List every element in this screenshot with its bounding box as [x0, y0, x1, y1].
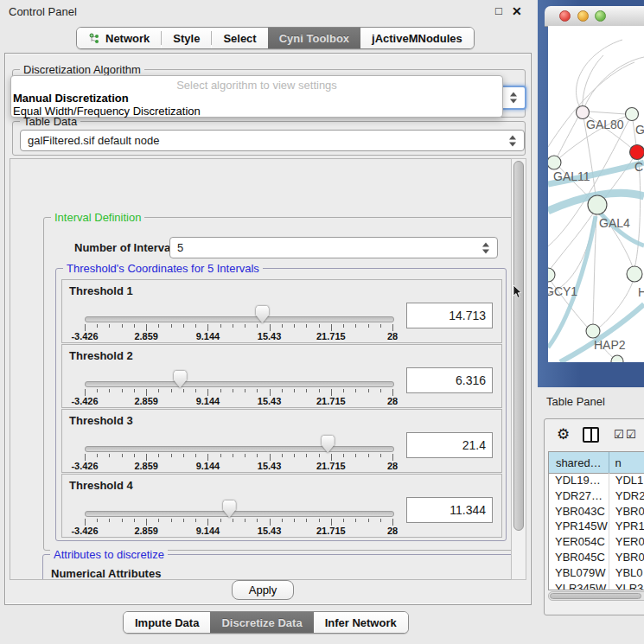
threshold-slider-thumb[interactable] [174, 371, 187, 388]
combo-arrows-icon [510, 92, 517, 104]
threshold-label: Threshold 3 [69, 414, 133, 427]
network-node-gal4[interactable] [588, 195, 607, 214]
network-view-window: GAL80GCGAL11GAL4GCY1HHAP2 [538, 0, 644, 387]
tab-jactivemnodules[interactable]: jActiveMNodules [360, 28, 474, 48]
split-columns-icon[interactable] [583, 427, 599, 443]
table-panel: ⚙ ☑ ☑ shared…n YDL19…YDL1YDR27…YDR2YBR04… [544, 418, 644, 615]
minor-tick [380, 519, 381, 522]
network-canvas[interactable]: GAL80GCGAL11GAL4GCY1HHAP2 [548, 26, 644, 362]
minor-tick [380, 389, 381, 392]
network-node-h[interactable] [627, 266, 642, 282]
zoom-traffic-light-icon[interactable] [595, 10, 606, 22]
threshold-value-field[interactable]: 14.713 [406, 303, 493, 328]
main-scrollbar-thumb[interactable] [513, 161, 524, 531]
threshold-slider-thumb[interactable] [223, 501, 236, 518]
tab-select[interactable]: Select [212, 28, 267, 48]
minor-tick [257, 454, 258, 457]
network-node[interactable] [611, 355, 623, 362]
tab-impute-data[interactable]: Impute Data [124, 612, 210, 633]
minor-tick [368, 324, 369, 328]
table-row[interactable]: YER054CYER0 [549, 534, 644, 550]
threshold-slider-thumb[interactable] [256, 306, 269, 323]
apply-button[interactable]: Apply [232, 580, 294, 600]
number-of-intervals-spinner[interactable]: 5 [169, 237, 498, 258]
minor-tick [343, 519, 344, 522]
minor-tick [343, 454, 344, 457]
tick-label: -3.426 [71, 396, 98, 406]
minor-tick [220, 389, 221, 392]
tab-infer-network[interactable]: Infer Network [314, 612, 408, 633]
minor-tick [380, 454, 381, 457]
minor-tick [343, 324, 344, 328]
tab-label: Infer Network [325, 616, 397, 629]
interval-definition-title: Interval Definition [51, 211, 144, 224]
minor-tick [319, 389, 320, 392]
minor-tick [97, 519, 98, 522]
tick-label: 15.43 [258, 526, 282, 536]
threshold-slider-track[interactable] [85, 511, 394, 517]
table-data-combo[interactable]: galFiltered.sif default node [20, 130, 525, 151]
threshold-value-field[interactable]: 11.344 [406, 497, 493, 523]
column-header[interactable]: shared… [549, 452, 609, 473]
combo-arrows-icon [509, 135, 516, 146]
float-window-icon[interactable]: □ [495, 4, 502, 17]
table-row[interactable]: YBL079WYBL0 [549, 565, 644, 581]
minor-tick [282, 324, 283, 328]
minor-tick [171, 454, 172, 457]
major-tick [207, 519, 208, 526]
minor-tick [220, 454, 221, 457]
threshold-slider-track[interactable] [85, 316, 394, 322]
table-row[interactable]: YPR145WYPR1 [549, 519, 644, 534]
tab-style[interactable]: Style [162, 28, 211, 48]
minor-tick [368, 389, 369, 392]
threshold-value-field[interactable]: 6.316 [406, 367, 493, 393]
checkbox-icon[interactable]: ☑ [614, 428, 624, 441]
main-scrollbar[interactable] [511, 158, 526, 580]
cyni-toolbox-panel: Discretization Algorithm Table Data galF… [4, 53, 532, 605]
table-row[interactable]: YDR27…YDR2 [549, 488, 644, 504]
major-tick [331, 324, 332, 331]
network-node-gcy1[interactable] [548, 268, 555, 282]
table-cell: YPR1 [609, 519, 644, 534]
threshold-value-field[interactable]: 21.4 [406, 432, 493, 458]
algorithm-option[interactable]: Equal Width/Frequency Discretization [11, 105, 502, 118]
tab-network[interactable]: Network [77, 28, 161, 48]
network-node-g[interactable] [626, 108, 639, 121]
tick-label: 28 [387, 526, 398, 536]
close-icon[interactable]: ✕ [512, 4, 522, 18]
minor-tick [282, 519, 283, 522]
minimize-traffic-light-icon[interactable] [577, 10, 589, 22]
threshold-slider-thumb[interactable] [322, 436, 335, 453]
table-row[interactable]: YLR345WYLR3 [549, 581, 644, 590]
algorithm-dropdown-popup: Select algorithm to view settings Manual… [10, 75, 503, 118]
table-row[interactable]: YBR043CYBR0 [549, 504, 644, 520]
major-tick [146, 519, 147, 526]
tick-label: 21.715 [316, 526, 346, 536]
table-row[interactable]: YDL19…YDL1 [549, 473, 644, 488]
checkbox-icon[interactable]: ☑ [626, 428, 636, 441]
tick-label: 15.43 [258, 461, 282, 471]
column-header[interactable]: n [609, 452, 644, 473]
minor-tick [294, 389, 295, 392]
node-label: GAL11 [553, 169, 590, 183]
network-node-gal11[interactable] [548, 156, 561, 169]
algorithm-option[interactable]: Manual Discretization [11, 92, 502, 105]
table-horizontal-scrollbar[interactable] [548, 591, 644, 601]
discretization-algorithm-title: Discretization Algorithm [20, 63, 144, 76]
table-row[interactable]: YBR045CYBR0 [549, 550, 644, 565]
threshold-slider-track[interactable] [85, 381, 394, 387]
gear-icon[interactable]: ⚙ [557, 425, 570, 443]
table-hscroll-thumb[interactable] [550, 593, 641, 599]
table-toolbar: ⚙ ☑ ☑ [545, 419, 644, 450]
tick-label: 28 [387, 461, 398, 471]
tab-discretize-data[interactable]: Discretize Data [210, 612, 313, 633]
network-edge [634, 159, 641, 268]
close-traffic-light-icon[interactable] [559, 10, 571, 22]
tab-cyni-toolbox[interactable]: Cyni Toolbox [268, 28, 360, 48]
minor-tick [134, 324, 135, 328]
threshold-slider-track[interactable] [85, 446, 394, 452]
network-node-c[interactable] [630, 145, 644, 160]
node-label: GAL4 [599, 216, 630, 230]
network-node-hap2[interactable] [586, 324, 600, 338]
node-label: G [635, 123, 644, 137]
